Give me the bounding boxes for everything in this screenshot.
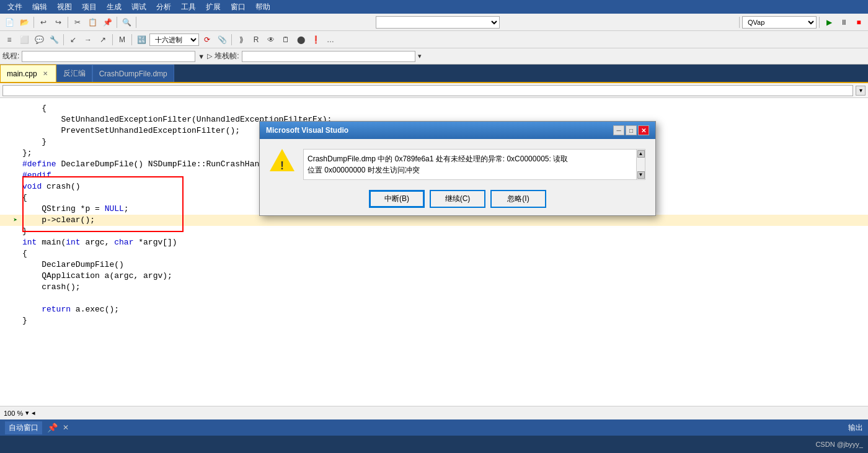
tab-main-cpp[interactable]: main.cpp ✕ [0, 65, 56, 82]
thread-input[interactable] [22, 51, 195, 62]
menu-item-build[interactable]: 生成 [102, 1, 126, 14]
new-file-btn[interactable]: 📄 [2, 16, 16, 29]
scroll-left-btn[interactable]: ◂ [32, 409, 35, 417]
step-into-btn[interactable]: ↙ [66, 33, 80, 47]
hex-toggle-btn[interactable]: 🔣 [135, 33, 148, 47]
stack-arrow[interactable]: ▾ [418, 52, 422, 60]
more-btn[interactable]: … [324, 33, 337, 47]
close-panel-icon[interactable]: ✕ [63, 423, 69, 432]
menu-item-extensions[interactable]: 扩展 [201, 1, 226, 14]
zoom-row: 100 % ▾ ◂ [0, 406, 868, 419]
find-btn[interactable]: 🔍 [120, 16, 133, 29]
step-out-btn[interactable]: ↗ [96, 33, 110, 47]
menu-item-window[interactable]: 窗口 [226, 1, 250, 14]
platform-dropdown[interactable]: QVap [742, 16, 817, 29]
code-line-19: return a.exec(); [0, 304, 868, 315]
warning-exclamation: ! [280, 160, 284, 171]
dialog-continue-btn[interactable]: 继续(C) [430, 190, 485, 208]
menu-item-tools[interactable]: 工具 [176, 1, 201, 14]
location-input[interactable] [2, 85, 853, 96]
breakpt-btn[interactable]: ⬤ [294, 33, 308, 47]
undo-btn[interactable]: ↩ [37, 16, 50, 29]
menu-item-edit[interactable]: 编辑 [27, 1, 52, 14]
tab-disassembly[interactable]: 反汇编 [56, 65, 92, 82]
open-btn[interactable]: 📂 [17, 16, 31, 29]
code-line-11: ➤ p->clear(); [0, 215, 868, 226]
indent-btn[interactable]: ⬜ [17, 33, 31, 47]
exception-btn[interactable]: ❗ [309, 33, 322, 47]
scroll-down-btn[interactable]: ▼ [637, 171, 645, 179]
code-line-15: DeclareDumpFile() [0, 259, 868, 271]
mem2-btn[interactable]: 🗒 [279, 33, 293, 47]
reg-btn[interactable]: R [249, 33, 263, 47]
sep10 [231, 34, 232, 45]
dialog-ignore-btn[interactable]: 忽略(I) [490, 190, 546, 208]
menu-item-project[interactable]: 项目 [77, 1, 102, 14]
dialog-titlebar: Microsoft Visual Studio ─ □ ✕ [260, 122, 655, 139]
sep4 [136, 17, 136, 28]
nav-icon-2[interactable]: ▷ [207, 52, 212, 60]
menu-item-help[interactable]: 帮助 [250, 1, 275, 14]
stack-input[interactable] [242, 51, 415, 62]
build-config-dropdown[interactable] [376, 16, 500, 29]
dialog-body: ! CrashDumpFile.dmp 中的 0x789fe6a1 处有未经处理… [260, 139, 655, 215]
refresh-btn[interactable]: ⟳ [200, 33, 214, 47]
sep2 [68, 17, 68, 28]
message-scrollbar[interactable]: ▲ ▼ [636, 150, 645, 179]
cut-btn[interactable]: ✂ [71, 16, 84, 29]
dialog-minimize-btn[interactable]: ─ [613, 125, 624, 135]
zoom-level: 100 % [4, 410, 23, 417]
mem-btn[interactable]: M [115, 33, 129, 47]
nav-icon-1[interactable]: ▼ [198, 53, 205, 60]
auto-window-label[interactable]: 自动窗口 [5, 421, 42, 434]
code-line-12: } [0, 226, 868, 237]
bottom-panel-bar: 自动窗口 📌 ✕ 输出 [0, 419, 868, 436]
watermark-text: CSDN @jbyyy_ [815, 441, 863, 448]
sep1 [33, 17, 34, 28]
code-line-17: crash(); [0, 282, 868, 293]
menu-item-view[interactable]: 视图 [52, 1, 77, 14]
tab-crashdump[interactable]: CrashDumpFile.dmp [92, 65, 174, 82]
toolbar-row-1: 📄 📂 ↩ ↪ ✂ 📋 📌 🔍 QVap ▶ ⏸ ■ [0, 14, 868, 31]
menu-bar: 文件 编辑 视图 项目 生成 调试 分析 工具 扩展 窗口 帮助 [0, 0, 868, 14]
code-line-13: int main(int argc, char *argv[]) [0, 237, 868, 248]
scroll-up-btn[interactable]: ▲ [637, 150, 645, 158]
align-btn[interactable]: ≡ [2, 33, 16, 47]
zoom-dropdown-btn[interactable]: ▾ [25, 409, 29, 417]
menu-item-analyze[interactable]: 分析 [151, 1, 176, 14]
menu-item-file[interactable]: 文件 [2, 1, 27, 14]
stack-label: 堆栈帧: [215, 51, 239, 61]
status-bar: CSDN @jbyyy_ [0, 436, 868, 453]
dialog-controls: ─ □ ✕ [613, 125, 649, 135]
output-label[interactable]: 输出 [848, 423, 863, 433]
attach-btn[interactable]: ⏸ [837, 16, 851, 29]
location-bar: ▾ [0, 83, 868, 98]
comment-btn[interactable]: 💬 [32, 33, 46, 47]
attach2-btn[interactable]: 📎 [215, 33, 229, 47]
asmview-btn[interactable]: ⟫ [234, 33, 248, 47]
dialog-title: Microsoft Visual Studio [266, 126, 348, 135]
dialog-message-box: CrashDumpFile.dmp 中的 0x789fe6a1 处有未经处理的异… [303, 149, 645, 180]
warning-icon: ! [270, 149, 294, 174]
format-btn[interactable]: 🔧 [47, 33, 61, 47]
tab-main-cpp-close[interactable]: ✕ [41, 70, 50, 78]
dialog-maximize-btn[interactable]: □ [626, 125, 637, 135]
pin-icon[interactable]: 📌 [47, 423, 58, 433]
redo-btn[interactable]: ↪ [51, 16, 65, 29]
stop-btn[interactable]: ■ [852, 16, 866, 29]
watch-btn[interactable]: 👁 [264, 33, 278, 47]
sep7 [63, 34, 64, 45]
location-dropdown-btn[interactable]: ▾ [856, 86, 866, 96]
paste-btn[interactable]: 📌 [100, 16, 114, 29]
vs-dialog: Microsoft Visual Studio ─ □ ✕ ! [259, 121, 656, 216]
menu-item-debug[interactable]: 调试 [126, 1, 151, 14]
dialog-close-btn[interactable]: ✕ [638, 125, 649, 135]
start-btn[interactable]: ▶ [822, 16, 836, 29]
copy-btn[interactable]: 📋 [86, 16, 99, 29]
dialog-content: ! CrashDumpFile.dmp 中的 0x789fe6a1 处有未经处理… [270, 149, 645, 180]
code-line-18 [0, 293, 868, 304]
display-format-dropdown[interactable]: 十六进制 [149, 34, 199, 46]
dialog-break-btn[interactable]: 中断(B) [369, 190, 425, 208]
step-over-btn[interactable]: → [81, 33, 95, 47]
dialog-message-text: CrashDumpFile.dmp 中的 0x789fe6a1 处有未经处理的异… [308, 155, 568, 174]
